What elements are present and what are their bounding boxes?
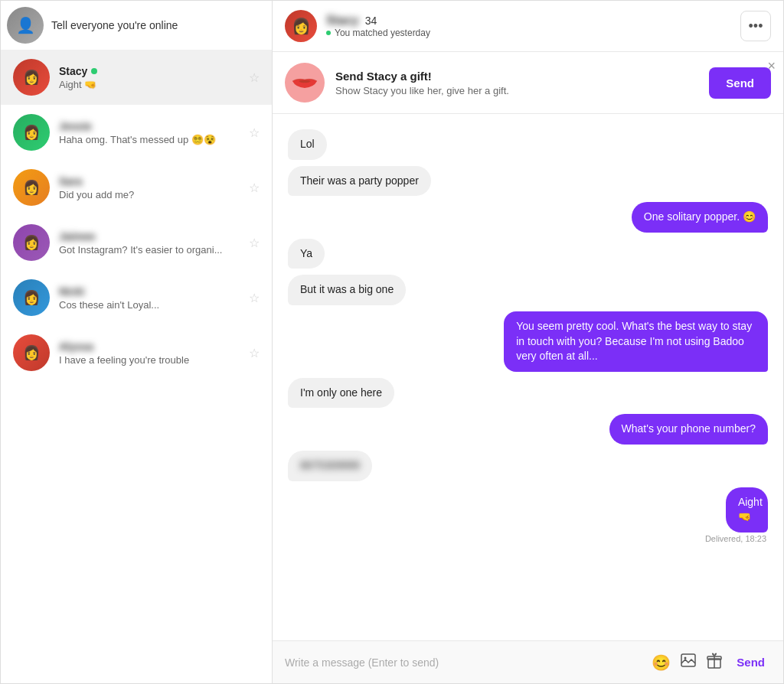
message-bubble-8: What's your phone number?: [609, 414, 768, 445]
tell-everyone-text: Tell everyone you're online: [51, 19, 178, 31]
message-bubble-3: One solitary popper. 😊: [632, 202, 768, 233]
emoji-button[interactable]: 😊: [650, 652, 672, 673]
star-icon-6[interactable]: ☆: [249, 346, 260, 360]
star-icon-2[interactable]: ☆: [249, 125, 260, 140]
contact-info-4: Jaimee Got Instagram? It's easier to org…: [59, 230, 240, 256]
message-bubble-4: Ya: [288, 239, 325, 269]
tell-everyone-bar[interactable]: 👤 Tell everyone you're online: [1, 1, 272, 50]
star-icon-4[interactable]: ☆: [249, 236, 260, 250]
contact-preview-stacy: Aight 🤜: [59, 79, 240, 90]
gift-button[interactable]: [704, 650, 724, 674]
message-row-4: Ya: [288, 239, 768, 269]
chat-header: 👩 Stacy 34 You matched yesterday •••: [273, 1, 783, 52]
svg-rect-1: [681, 654, 695, 666]
chat-header-name: Stacy 34: [326, 14, 731, 28]
contact-name-4: Jaimee: [59, 230, 240, 243]
app-container: 👤 Tell everyone you're online 👩 Stacy Ai…: [0, 0, 784, 684]
delivered-status: Delivered, 18:23: [705, 534, 766, 543]
contact-info-3: Sara Did you add me?: [59, 175, 240, 200]
contact-item-stacy[interactable]: 👩 Stacy Aight 🤜 ☆: [1, 50, 272, 105]
input-icons: 😊 Send: [650, 650, 771, 674]
star-icon-3[interactable]: ☆: [249, 181, 260, 195]
gift-subtitle: Show Stacy you like her, give her a gift…: [335, 85, 698, 96]
message-row-5: But it was a big one: [288, 275, 768, 305]
message-bubble-10: Aight 🤜: [726, 487, 768, 533]
contact-info-stacy: Stacy Aight 🤜: [59, 65, 240, 90]
my-avatar: 👤: [7, 7, 44, 44]
contact-name-5: Nicki: [59, 285, 240, 298]
contact-preview-3: Did you add me?: [59, 189, 240, 200]
contact-preview-6: I have a feeling you're trouble: [59, 354, 240, 366]
contact-item-6[interactable]: 👩 Alyssa I have a feeling you're trouble…: [1, 325, 272, 380]
contact-item-2[interactable]: 👩 Jessie Haha omg. That's messed up 😵‍💫😵…: [1, 105, 272, 160]
send-gift-button[interactable]: Send: [709, 67, 771, 99]
gift-title: Send Stacy a gift!: [335, 70, 698, 83]
gift-banner: Send Stacy a gift! Show Stacy you like h…: [273, 52, 783, 114]
contact-name-6: Alyssa: [59, 340, 240, 353]
contact-avatar-6: 👩: [13, 334, 50, 371]
contact-avatar-stacy: 👩: [13, 59, 50, 96]
contact-name-3: Sara: [59, 175, 240, 187]
contact-avatar-2: 👩: [13, 114, 50, 151]
message-row-2: Their was a party popper: [288, 166, 768, 197]
gift-lips-icon: [285, 63, 325, 103]
send-button[interactable]: Send: [730, 653, 771, 672]
message-row-3: One solitary popper. 😊: [288, 202, 768, 233]
star-icon-stacy[interactable]: ☆: [249, 70, 260, 85]
message-input[interactable]: [285, 653, 642, 672]
contact-preview-5: Cos these ain't Loyal...: [59, 299, 240, 311]
contact-info-5: Nicki Cos these ain't Loyal...: [59, 285, 240, 311]
contact-item-3[interactable]: 👩 Sara Did you add me? ☆: [1, 160, 272, 215]
messages-area: Lol Their was a party popper One solitar…: [273, 114, 783, 640]
message-bubble-2: Their was a party popper: [288, 166, 431, 197]
chat-header-avatar: 👩: [285, 10, 317, 42]
contact-preview-4: Got Instagram? It's easier to organi...: [59, 244, 240, 256]
blurred-phone-number: 8675309999: [300, 458, 360, 474]
online-indicator: [91, 68, 97, 74]
message-row-10: Aight 🤜 Delivered, 18:23: [288, 487, 768, 543]
message-bubble-6: You seem pretty cool. What's the best wa…: [504, 311, 768, 372]
gift-text-block: Send Stacy a gift! Show Stacy you like h…: [335, 70, 698, 96]
message-bubble-9: 8675309999: [288, 451, 372, 481]
image-button[interactable]: [678, 650, 698, 674]
chat-header-info: Stacy 34 You matched yesterday: [326, 14, 731, 38]
contact-item-4[interactable]: 👩 Jaimee Got Instagram? It's easier to o…: [1, 215, 272, 270]
message-row-6: You seem pretty cool. What's the best wa…: [288, 311, 768, 372]
more-options-button[interactable]: •••: [740, 11, 771, 41]
contact-avatar-4: 👩: [13, 224, 50, 261]
message-row-9: 8675309999: [288, 451, 768, 481]
message-bubble-7: I'm only one here: [288, 378, 394, 409]
contact-item-5[interactable]: 👩 Nicki Cos these ain't Loyal... ☆: [1, 270, 272, 325]
contact-list: 👩 Stacy Aight 🤜 ☆ 👩 Jessie: [1, 50, 272, 683]
message-bubble-5: But it was a big one: [288, 275, 406, 305]
chat-main: 👩 Stacy 34 You matched yesterday •••: [273, 1, 783, 683]
contact-avatar-3: 👩: [13, 169, 50, 206]
contact-info-2: Jessie Haha omg. That's messed up 😵‍💫😵: [59, 120, 240, 145]
chat-input-area: 😊 Send: [273, 640, 783, 683]
star-icon-5[interactable]: ☆: [249, 291, 260, 305]
message-row-8: What's your phone number?: [288, 414, 768, 445]
contact-name-2: Jessie: [59, 120, 240, 132]
message-row-1: Lol: [288, 129, 768, 160]
contact-preview-2: Haha omg. That's messed up 😵‍💫😵: [59, 134, 240, 145]
matched-dot: [326, 31, 331, 35]
contact-avatar-5: 👩: [13, 279, 50, 316]
sidebar: 👤 Tell everyone you're online 👩 Stacy Ai…: [1, 1, 273, 683]
message-row-7: I'm only one here: [288, 378, 768, 409]
age-badge: 34: [365, 15, 377, 27]
matched-text: You matched yesterday: [326, 28, 731, 38]
message-bubble-1: Lol: [288, 129, 327, 160]
contact-info-6: Alyssa I have a feeling you're trouble: [59, 340, 240, 366]
close-banner-button[interactable]: ×: [767, 58, 776, 74]
contact-name-stacy: Stacy: [59, 65, 240, 77]
